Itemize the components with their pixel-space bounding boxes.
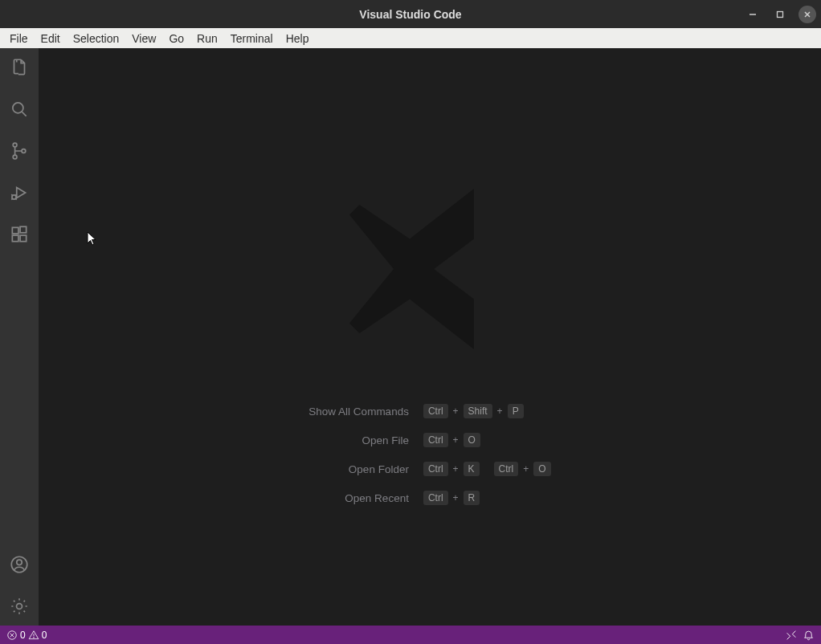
svg-rect-12 bbox=[12, 235, 18, 242]
activity-bar bbox=[0, 48, 39, 626]
svg-rect-13 bbox=[20, 235, 27, 242]
titlebar: Visual Studio Code bbox=[0, 0, 821, 28]
activity-search[interactable] bbox=[0, 96, 39, 122]
menubar: File Edit Selection View Go Run Terminal… bbox=[0, 28, 821, 48]
plus: + bbox=[497, 406, 503, 417]
shortcut-keys-open-folder: Ctrl + K Ctrl + O bbox=[423, 462, 551, 476]
key-ctrl: Ctrl bbox=[494, 462, 519, 476]
error-icon bbox=[6, 630, 18, 641]
menu-file[interactable]: File bbox=[3, 30, 35, 47]
activity-accounts[interactable] bbox=[0, 552, 39, 577]
activity-extensions[interactable] bbox=[0, 222, 39, 247]
key-ctrl: Ctrl bbox=[423, 462, 448, 476]
key-o: O bbox=[533, 462, 550, 476]
status-problems[interactable]: 0 0 bbox=[6, 630, 47, 641]
svg-point-22 bbox=[33, 637, 34, 638]
vscode-logo bbox=[329, 169, 530, 372]
activity-run-debug[interactable] bbox=[0, 180, 39, 206]
status-right bbox=[785, 629, 815, 642]
svg-line-5 bbox=[22, 112, 26, 116]
svg-point-4 bbox=[13, 103, 23, 113]
shortcut-keys-open-file: Ctrl + O bbox=[423, 433, 551, 447]
search-icon bbox=[9, 99, 30, 120]
close-icon bbox=[803, 10, 811, 18]
gear-icon bbox=[9, 596, 30, 617]
files-icon bbox=[9, 57, 30, 78]
plus: + bbox=[523, 463, 529, 475]
close-button[interactable] bbox=[799, 6, 816, 23]
key-r: R bbox=[464, 491, 480, 505]
key-ctrl: Ctrl bbox=[423, 491, 448, 505]
account-icon bbox=[9, 554, 30, 575]
window-title: Visual Studio Code bbox=[359, 8, 461, 21]
menu-help[interactable]: Help bbox=[280, 30, 316, 47]
activity-explorer[interactable] bbox=[0, 55, 39, 80]
status-remote[interactable] bbox=[785, 629, 798, 642]
key-o: O bbox=[464, 433, 480, 447]
editor-area: Show All Commands Ctrl + Shift + P Open … bbox=[39, 48, 821, 626]
shortcut-keys-open-recent: Ctrl + R bbox=[423, 491, 551, 505]
menu-terminal[interactable]: Terminal bbox=[224, 30, 280, 47]
shortcut-list: Show All Commands Ctrl + Shift + P Open … bbox=[308, 404, 550, 505]
svg-marker-9 bbox=[17, 188, 26, 198]
menu-view[interactable]: View bbox=[125, 30, 162, 47]
remote-icon bbox=[785, 629, 798, 642]
minimize-icon bbox=[749, 10, 757, 18]
warning-count: 0 bbox=[42, 630, 47, 641]
window-controls bbox=[744, 0, 816, 28]
bell-icon bbox=[803, 629, 815, 641]
activity-manage[interactable] bbox=[0, 593, 39, 619]
plus: + bbox=[453, 492, 459, 503]
menu-edit[interactable]: Edit bbox=[35, 30, 67, 47]
run-debug-icon bbox=[9, 182, 30, 203]
key-ctrl: Ctrl bbox=[423, 404, 448, 418]
main-area: Show All Commands Ctrl + Shift + P Open … bbox=[0, 48, 821, 626]
svg-point-10 bbox=[12, 195, 16, 199]
source-control-icon bbox=[9, 141, 30, 161]
vscode-logo-icon bbox=[329, 169, 530, 369]
key-shift: Shift bbox=[464, 404, 492, 418]
status-left: 0 0 bbox=[6, 630, 47, 641]
shortcut-label-open-file: Open File bbox=[308, 434, 409, 446]
plus: + bbox=[453, 463, 459, 475]
maximize-button[interactable] bbox=[771, 6, 789, 23]
shortcut-keys-show-all: Ctrl + Shift + P bbox=[423, 404, 551, 418]
error-count: 0 bbox=[20, 630, 26, 641]
extensions-icon bbox=[9, 224, 30, 245]
svg-point-6 bbox=[13, 143, 17, 147]
svg-point-8 bbox=[22, 149, 26, 153]
key-p: P bbox=[508, 404, 524, 418]
shortcut-label-show-all: Show All Commands bbox=[308, 406, 409, 418]
status-notifications[interactable] bbox=[803, 629, 815, 641]
status-bar: 0 0 bbox=[0, 626, 821, 644]
minimize-button[interactable] bbox=[744, 6, 762, 23]
menu-run[interactable]: Run bbox=[190, 30, 224, 47]
activity-source-control[interactable] bbox=[0, 138, 39, 164]
key-k: K bbox=[464, 462, 480, 476]
plus: + bbox=[453, 406, 459, 417]
svg-rect-14 bbox=[20, 226, 27, 233]
mouse-cursor bbox=[87, 231, 100, 247]
plus: + bbox=[453, 434, 459, 446]
maximize-icon bbox=[776, 10, 784, 18]
svg-rect-11 bbox=[12, 227, 18, 234]
svg-point-16 bbox=[17, 560, 22, 565]
svg-point-7 bbox=[13, 155, 17, 159]
svg-rect-1 bbox=[778, 11, 783, 17]
menu-go[interactable]: Go bbox=[162, 30, 190, 47]
svg-point-17 bbox=[17, 604, 22, 609]
key-ctrl: Ctrl bbox=[423, 433, 448, 447]
warning-icon bbox=[28, 630, 39, 641]
shortcut-label-open-recent: Open Recent bbox=[308, 492, 409, 504]
menu-selection[interactable]: Selection bbox=[67, 30, 126, 47]
shortcut-label-open-folder: Open Folder bbox=[308, 463, 409, 475]
